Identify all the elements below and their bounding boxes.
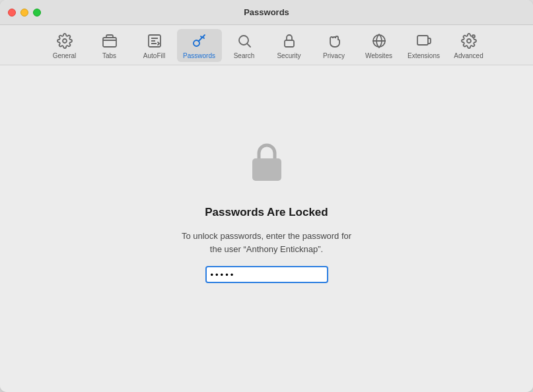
minimize-button[interactable] <box>20 9 28 16</box>
traffic-lights <box>8 9 41 16</box>
window-title: Passwords <box>244 7 289 17</box>
extensions-label: Extensions <box>408 52 440 59</box>
toolbar-item-security[interactable]: Security <box>267 29 312 62</box>
advanced-gear-icon <box>460 32 478 50</box>
locked-title: Passwords Are Locked <box>205 206 328 219</box>
description-line2: the user “Anthony Enticknap”. <box>210 244 323 254</box>
svg-point-8 <box>467 39 471 43</box>
passwords-label: Passwords <box>183 52 215 59</box>
window: Passwords General Tabs <box>0 0 533 392</box>
main-content: Passwords Are Locked To unlock passwords… <box>0 65 533 392</box>
privacy-label: Privacy <box>323 52 345 59</box>
svg-point-0 <box>63 39 67 43</box>
search-label: Search <box>234 52 255 59</box>
locked-description: To unlock passwords, enter the password … <box>182 230 351 255</box>
svg-rect-11 <box>252 158 281 181</box>
websites-label: Websites <box>365 52 392 59</box>
gear-icon <box>55 32 74 50</box>
svg-rect-1 <box>103 38 116 47</box>
description-line1: To unlock passwords, enter the password … <box>182 231 351 241</box>
toolbar-item-autofill[interactable]: AutoFill <box>132 29 177 62</box>
tabs-icon <box>100 32 119 50</box>
search-icon <box>235 32 254 50</box>
close-button[interactable] <box>8 9 16 16</box>
hand-icon <box>325 32 343 50</box>
security-label: Security <box>277 52 301 59</box>
svg-rect-5 <box>285 40 294 47</box>
autofill-icon <box>145 32 164 50</box>
password-input[interactable] <box>205 266 328 283</box>
lock-illustration <box>240 135 293 190</box>
autofill-label: AutoFill <box>143 52 165 59</box>
svg-rect-7 <box>417 36 428 45</box>
lock-large-icon <box>240 135 293 187</box>
toolbar-item-privacy[interactable]: Privacy <box>312 29 357 62</box>
globe-icon <box>370 32 388 50</box>
extensions-icon <box>415 32 433 50</box>
svg-point-4 <box>239 36 248 45</box>
toolbar: General Tabs AutoFill <box>0 25 533 65</box>
lock-icon <box>280 32 299 50</box>
key-icon <box>190 32 209 50</box>
toolbar-item-extensions[interactable]: Extensions <box>402 29 446 62</box>
toolbar-item-advanced[interactable]: Advanced <box>446 29 491 62</box>
maximize-button[interactable] <box>33 9 41 16</box>
toolbar-item-passwords[interactable]: Passwords <box>177 29 222 62</box>
tabs-label: Tabs <box>102 52 116 59</box>
title-bar: Passwords <box>0 0 533 25</box>
advanced-label: Advanced <box>454 52 483 59</box>
toolbar-item-websites[interactable]: Websites <box>357 29 402 62</box>
toolbar-item-general[interactable]: General <box>42 29 87 62</box>
general-label: General <box>53 52 77 59</box>
toolbar-item-search[interactable]: Search <box>222 29 267 62</box>
toolbar-item-tabs[interactable]: Tabs <box>87 29 132 62</box>
